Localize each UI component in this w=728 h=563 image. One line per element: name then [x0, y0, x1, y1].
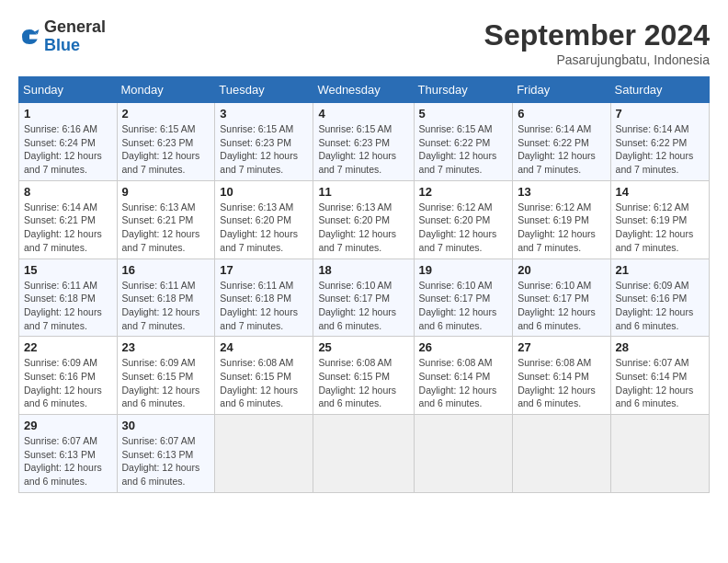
- day-info: Sunrise: 6:09 AMSunset: 6:16 PMDaylight:…: [616, 279, 704, 333]
- calendar-cell: 27Sunrise: 6:08 AMSunset: 6:14 PMDayligh…: [513, 337, 610, 415]
- month-year-title: September 2024: [484, 18, 710, 52]
- calendar-cell: [313, 415, 414, 493]
- day-number: 22: [24, 340, 112, 354]
- calendar-cell: 17Sunrise: 6:11 AMSunset: 6:18 PMDayligh…: [215, 259, 313, 337]
- day-info: Sunrise: 6:09 AMSunset: 6:16 PMDaylight:…: [24, 356, 112, 410]
- calendar-body: 1Sunrise: 6:16 AMSunset: 6:24 PMDaylight…: [19, 103, 710, 493]
- day-number: 1: [24, 107, 112, 121]
- calendar-cell: 26Sunrise: 6:08 AMSunset: 6:14 PMDayligh…: [414, 337, 513, 415]
- day-number: 13: [518, 185, 605, 199]
- day-info: Sunrise: 6:15 AMSunset: 6:23 PMDaylight:…: [122, 122, 210, 177]
- calendar-week-3: 15Sunrise: 6:11 AMSunset: 6:18 PMDayligh…: [19, 259, 710, 337]
- calendar-cell: [610, 415, 709, 493]
- calendar-cell: 10Sunrise: 6:13 AMSunset: 6:20 PMDayligh…: [215, 180, 313, 259]
- day-number: 18: [318, 263, 408, 277]
- day-number: 16: [122, 263, 210, 277]
- day-number: 6: [518, 107, 605, 121]
- calendar-cell: 7Sunrise: 6:14 AMSunset: 6:22 PMDaylight…: [610, 103, 709, 181]
- calendar-cell: 23Sunrise: 6:09 AMSunset: 6:15 PMDayligh…: [117, 337, 215, 415]
- calendar-cell: 30Sunrise: 6:07 AMSunset: 6:13 PMDayligh…: [117, 415, 215, 493]
- calendar-cell: [215, 415, 313, 493]
- weekday-thursday: Thursday: [414, 77, 513, 103]
- day-info: Sunrise: 6:08 AMSunset: 6:14 PMDaylight:…: [419, 356, 508, 410]
- day-info: Sunrise: 6:15 AMSunset: 6:23 PMDaylight:…: [220, 122, 308, 177]
- day-number: 3: [220, 107, 308, 121]
- calendar-week-5: 29Sunrise: 6:07 AMSunset: 6:13 PMDayligh…: [19, 415, 710, 493]
- day-number: 10: [220, 185, 308, 199]
- day-number: 17: [220, 263, 308, 277]
- day-number: 29: [24, 419, 112, 432]
- day-number: 24: [220, 340, 308, 354]
- day-number: 30: [122, 419, 210, 432]
- weekday-header-row: SundayMondayTuesdayWednesdayThursdayFrid…: [19, 77, 710, 103]
- day-number: 9: [122, 185, 210, 199]
- day-number: 7: [616, 107, 704, 121]
- day-number: 19: [419, 263, 508, 277]
- day-info: Sunrise: 6:16 AMSunset: 6:24 PMDaylight:…: [24, 122, 112, 177]
- weekday-sunday: Sunday: [19, 77, 118, 103]
- day-info: Sunrise: 6:08 AMSunset: 6:15 PMDaylight:…: [220, 356, 308, 410]
- day-number: 5: [419, 107, 508, 121]
- day-number: 8: [24, 185, 112, 199]
- weekday-wednesday: Wednesday: [313, 77, 414, 103]
- day-info: Sunrise: 6:13 AMSunset: 6:20 PMDaylight:…: [318, 201, 408, 255]
- day-number: 26: [419, 340, 508, 354]
- calendar-cell: 11Sunrise: 6:13 AMSunset: 6:20 PMDayligh…: [313, 180, 414, 259]
- day-number: 28: [616, 340, 704, 354]
- calendar-cell: 4Sunrise: 6:15 AMSunset: 6:23 PMDaylight…: [313, 103, 414, 181]
- day-info: Sunrise: 6:08 AMSunset: 6:15 PMDaylight:…: [318, 356, 408, 410]
- calendar-week-2: 8Sunrise: 6:14 AMSunset: 6:21 PMDaylight…: [19, 180, 710, 259]
- weekday-friday: Friday: [513, 77, 610, 103]
- calendar-cell: 8Sunrise: 6:14 AMSunset: 6:21 PMDaylight…: [19, 180, 118, 259]
- day-info: Sunrise: 6:07 AMSunset: 6:14 PMDaylight:…: [616, 356, 704, 410]
- day-info: Sunrise: 6:12 AMSunset: 6:20 PMDaylight:…: [419, 201, 508, 255]
- title-area: September 2024 Pasarujungbatu, Indonesia: [484, 18, 710, 67]
- day-info: Sunrise: 6:14 AMSunset: 6:22 PMDaylight:…: [518, 122, 605, 177]
- calendar-cell: 9Sunrise: 6:13 AMSunset: 6:21 PMDaylight…: [117, 180, 215, 259]
- day-info: Sunrise: 6:12 AMSunset: 6:19 PMDaylight:…: [616, 201, 704, 255]
- calendar-cell: 5Sunrise: 6:15 AMSunset: 6:22 PMDaylight…: [414, 103, 513, 181]
- calendar-cell: 14Sunrise: 6:12 AMSunset: 6:19 PMDayligh…: [610, 180, 709, 259]
- day-info: Sunrise: 6:12 AMSunset: 6:19 PMDaylight:…: [518, 201, 605, 255]
- calendar-cell: 18Sunrise: 6:10 AMSunset: 6:17 PMDayligh…: [313, 259, 414, 337]
- weekday-monday: Monday: [117, 77, 215, 103]
- day-info: Sunrise: 6:10 AMSunset: 6:17 PMDaylight:…: [419, 279, 508, 333]
- day-info: Sunrise: 6:13 AMSunset: 6:21 PMDaylight:…: [122, 201, 210, 255]
- day-info: Sunrise: 6:15 AMSunset: 6:23 PMDaylight:…: [318, 122, 408, 177]
- logo: General Blue: [18, 18, 106, 55]
- calendar-cell: [414, 415, 513, 493]
- day-info: Sunrise: 6:14 AMSunset: 6:21 PMDaylight:…: [24, 201, 112, 255]
- calendar-cell: 24Sunrise: 6:08 AMSunset: 6:15 PMDayligh…: [215, 337, 313, 415]
- day-info: Sunrise: 6:08 AMSunset: 6:14 PMDaylight:…: [518, 356, 605, 410]
- calendar-cell: 13Sunrise: 6:12 AMSunset: 6:19 PMDayligh…: [513, 180, 610, 259]
- weekday-tuesday: Tuesday: [215, 77, 313, 103]
- calendar-cell: 29Sunrise: 6:07 AMSunset: 6:13 PMDayligh…: [19, 415, 118, 493]
- day-info: Sunrise: 6:11 AMSunset: 6:18 PMDaylight:…: [122, 279, 210, 333]
- location-subtitle: Pasarujungbatu, Indonesia: [484, 52, 710, 67]
- calendar-week-4: 22Sunrise: 6:09 AMSunset: 6:16 PMDayligh…: [19, 337, 710, 415]
- calendar-cell: 28Sunrise: 6:07 AMSunset: 6:14 PMDayligh…: [610, 337, 709, 415]
- day-number: 11: [318, 185, 408, 199]
- day-info: Sunrise: 6:11 AMSunset: 6:18 PMDaylight:…: [24, 279, 112, 333]
- calendar-cell: 2Sunrise: 6:15 AMSunset: 6:23 PMDaylight…: [117, 103, 215, 181]
- day-info: Sunrise: 6:13 AMSunset: 6:20 PMDaylight:…: [220, 201, 308, 255]
- calendar-cell: 21Sunrise: 6:09 AMSunset: 6:16 PMDayligh…: [610, 259, 709, 337]
- day-info: Sunrise: 6:14 AMSunset: 6:22 PMDaylight:…: [616, 122, 704, 177]
- day-info: Sunrise: 6:07 AMSunset: 6:13 PMDaylight:…: [122, 434, 210, 488]
- logo-icon: [18, 26, 40, 48]
- calendar-week-1: 1Sunrise: 6:16 AMSunset: 6:24 PMDaylight…: [19, 103, 710, 181]
- calendar-table: SundayMondayTuesdayWednesdayThursdayFrid…: [18, 76, 710, 493]
- calendar-header: SundayMondayTuesdayWednesdayThursdayFrid…: [19, 77, 710, 103]
- calendar-cell: 15Sunrise: 6:11 AMSunset: 6:18 PMDayligh…: [19, 259, 118, 337]
- calendar-cell: 16Sunrise: 6:11 AMSunset: 6:18 PMDayligh…: [117, 259, 215, 337]
- day-number: 25: [318, 340, 408, 354]
- calendar-cell: 22Sunrise: 6:09 AMSunset: 6:16 PMDayligh…: [19, 337, 118, 415]
- day-info: Sunrise: 6:15 AMSunset: 6:22 PMDaylight:…: [419, 122, 508, 177]
- day-number: 27: [518, 340, 605, 354]
- calendar-cell: 25Sunrise: 6:08 AMSunset: 6:15 PMDayligh…: [313, 337, 414, 415]
- day-number: 2: [122, 107, 210, 121]
- day-number: 12: [419, 185, 508, 199]
- calendar-cell: 3Sunrise: 6:15 AMSunset: 6:23 PMDaylight…: [215, 103, 313, 181]
- day-number: 14: [616, 185, 704, 199]
- day-number: 15: [24, 263, 112, 277]
